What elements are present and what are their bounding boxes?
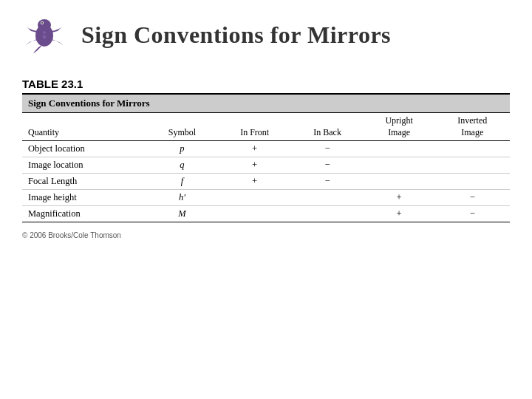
cell-r4-c4: + (364, 206, 435, 222)
cell-r0-c3: − (292, 141, 364, 157)
svg-point-4 (43, 31, 46, 34)
svg-point-3 (41, 22, 43, 24)
copyright: © 2006 Brooks/Cole Thomson (22, 231, 510, 239)
col-inverted: InvertedImage (434, 113, 510, 141)
table-row: Image heighth′+− (22, 190, 510, 206)
cell-r2-c3: − (292, 174, 364, 190)
col-inback: In Back (292, 113, 364, 141)
page: Sign Conventions for Mirrors TABLE 23.1 … (0, 0, 532, 399)
cell-r4-c5: − (434, 206, 510, 222)
cell-r1-c0: Image location (22, 157, 146, 174)
cell-r1-c3: − (292, 157, 364, 174)
cell-r1-c4 (364, 157, 435, 174)
header: Sign Conventions for Mirrors (22, 15, 510, 55)
cell-r0-c0: Object location (22, 141, 146, 157)
cell-r0-c1: p (146, 141, 218, 157)
cell-r2-c0: Focal Length (22, 174, 146, 190)
table-row: Focal Lengthf+− (22, 174, 510, 190)
svg-point-1 (38, 19, 51, 31)
col-upright: UprightImage (364, 113, 435, 141)
data-table: Sign Conventions for Mirrors Quantity Sy… (22, 95, 510, 222)
cell-r3-c1: h′ (146, 190, 218, 206)
cell-r3-c2 (218, 190, 292, 206)
table-row: MagnificationM+− (22, 206, 510, 222)
table-section-title: Sign Conventions for Mirrors (22, 95, 510, 113)
cell-r1-c5 (434, 157, 510, 174)
col-quantity: Quantity (22, 113, 146, 141)
cell-r2-c1: f (146, 174, 218, 190)
cell-r1-c2: + (218, 157, 292, 174)
cell-r2-c5 (434, 174, 510, 190)
col-symbol: Symbol (146, 113, 218, 141)
cell-r0-c5 (434, 141, 510, 157)
cell-r3-c0: Image height (22, 190, 146, 206)
cell-r2-c2: + (218, 174, 292, 190)
cell-r1-c1: q (146, 157, 218, 174)
column-headers-row: Quantity Symbol In Front In Back Upright… (22, 113, 510, 141)
cell-r3-c3 (292, 190, 364, 206)
cell-r2-c4 (364, 174, 435, 190)
table-row: Image locationq+− (22, 157, 510, 174)
cell-r4-c0: Magnification (22, 206, 146, 222)
cell-r4-c2 (218, 206, 292, 222)
table-container: Sign Conventions for Mirrors Quantity Sy… (22, 93, 510, 222)
page-title: Sign Conventions for Mirrors (81, 21, 391, 49)
cell-r4-c1: M (146, 206, 218, 222)
svg-point-5 (43, 35, 47, 39)
table-header-row: Sign Conventions for Mirrors (22, 95, 510, 113)
cell-r3-c5: − (434, 190, 510, 206)
cell-r0-c4 (364, 141, 435, 157)
cell-r3-c4: + (364, 190, 435, 206)
cell-r4-c3 (292, 206, 364, 222)
logo (22, 15, 66, 55)
table-label: TABLE 23.1 (22, 78, 510, 90)
table-row: Object locationp+− (22, 141, 510, 157)
cell-r0-c2: + (218, 141, 292, 157)
col-infront: In Front (218, 113, 292, 141)
table-section: TABLE 23.1 Sign Conventions for Mirrors … (22, 78, 510, 222)
